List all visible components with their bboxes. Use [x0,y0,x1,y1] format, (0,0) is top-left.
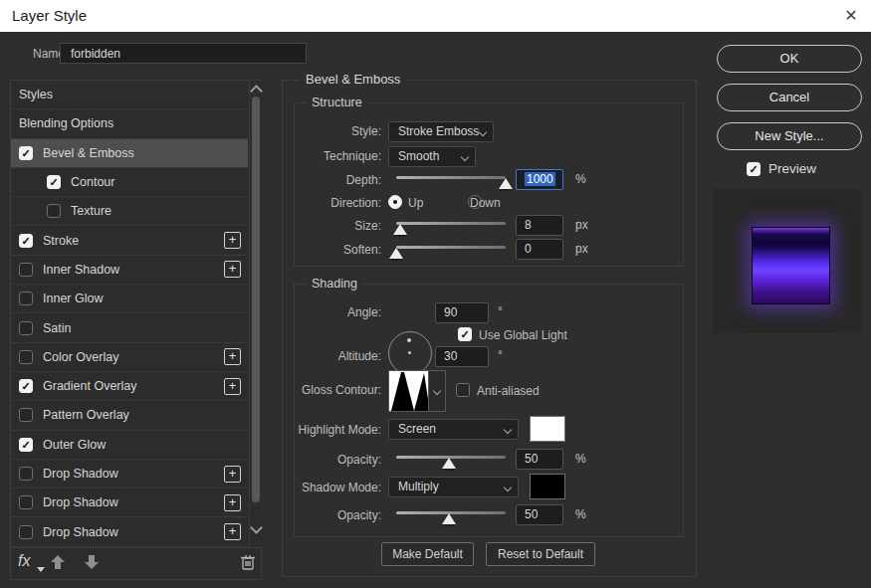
name-input[interactable] [60,43,307,64]
drop-shadow-add-button[interactable]: + [224,494,241,511]
highlight-opacity-slider[interactable] [396,456,506,459]
drop-shadow-add-button[interactable]: + [224,466,241,483]
sidebar-item-drop-shadow[interactable]: Drop Shadow+ [11,517,248,546]
use-global-light-checkbox[interactable]: ✓ [458,327,472,341]
preview-thumbnail-object [752,227,830,304]
drop-shadow-checkbox[interactable] [19,467,33,481]
gradient-overlay-add-button[interactable]: + [224,378,241,395]
move-effect-down-button[interactable] [83,554,101,574]
preview-checkbox[interactable]: ✓ [747,162,761,176]
stroke-add-button[interactable]: + [224,232,241,249]
chevron-down-icon [433,387,441,395]
close-icon[interactable]: ✕ [839,4,863,28]
sidebar-item-drop-shadow[interactable]: Drop Shadow+ [11,460,248,489]
angle-dial[interactable] [388,331,432,375]
outer-glow-checkbox[interactable]: ✓ [19,438,33,452]
sidebar-item-contour[interactable]: ✓Contour [11,168,248,197]
color-overlay-add-button[interactable]: + [224,348,241,365]
sidebar-item-label: Gradient Overlay [43,379,136,393]
cancel-button[interactable]: Cancel [717,84,862,111]
sidebar-item-label: Blending Options [19,116,113,130]
shadow-opacity-thumb[interactable] [442,513,456,524]
shadow-mode-dropdown[interactable]: Multiply [388,477,519,497]
sidebar-item-label: Drop Shadow [43,525,118,539]
sidebar-item-label: Stroke [43,234,79,248]
sidebar-item-inner-glow[interactable]: Inner Glow [11,285,248,313]
satin-checkbox[interactable] [19,321,33,335]
altitude-input[interactable]: 30 [435,346,489,367]
inner-glow-checkbox[interactable] [19,292,33,305]
sidebar-item-gradient-overlay[interactable]: ✓Gradient Overlay+ [11,372,248,401]
sidebar-item-bevel-emboss[interactable]: ✓Bevel & Emboss [11,139,248,168]
drop-shadow-checkbox[interactable] [19,495,33,509]
ok-button[interactable]: OK [717,45,862,73]
angle-input[interactable]: 90 [435,302,489,323]
delete-effect-button[interactable] [240,553,256,575]
shadow-opacity-slider[interactable] [396,511,506,514]
scroll-up-icon[interactable] [250,85,263,98]
depth-value: 1000 [525,172,555,186]
direction-up-label: Up [408,195,423,211]
style-dropdown[interactable]: Stroke Emboss [388,121,494,142]
sidebar-item-drop-shadow[interactable]: Drop Shadow+ [11,489,248,517]
contour-checkbox[interactable]: ✓ [47,175,61,189]
bevel-emboss-checkbox[interactable]: ✓ [19,146,33,160]
drop-shadow-checkbox[interactable] [19,525,33,539]
move-effect-up-button[interactable] [49,554,67,574]
gloss-contour-picker[interactable] [388,370,446,412]
anti-aliased-checkbox[interactable] [456,383,470,397]
fx-menu-button[interactable]: fx [18,552,30,570]
gloss-contour-dropdown[interactable] [428,371,445,411]
sidebar-item-blending-options[interactable]: Blending Options [11,109,248,138]
sidebar-item-label: Outer Glow [43,438,106,452]
sidebar-item-outer-glow[interactable]: ✓Outer Glow [11,431,248,460]
scrollbar-thumb[interactable] [252,97,260,502]
highlight-mode-dropdown[interactable]: Screen [388,419,519,440]
highlight-opacity-thumb[interactable] [442,458,456,469]
soften-slider[interactable] [396,246,506,249]
inner-shadow-checkbox[interactable] [19,263,33,277]
reset-to-default-button[interactable]: Reset to Default [486,542,595,566]
texture-checkbox[interactable] [47,204,61,218]
highlight-opacity-input[interactable]: 50 [516,449,563,470]
shadow-color-swatch[interactable] [530,474,565,499]
make-default-button[interactable]: Make Default [381,542,474,566]
sidebar-item-stroke[interactable]: ✓Stroke+ [11,226,248,255]
depth-label: Depth: [279,172,381,188]
sidebar-item-label: Inner Glow [43,292,103,305]
pattern-overlay-checkbox[interactable] [19,408,33,422]
chevron-down-icon [479,128,487,136]
sidebar-scrollbar[interactable] [249,81,262,547]
size-slider-thumb[interactable] [393,224,407,235]
window-title: Layer Style [12,0,87,32]
color-overlay-checkbox[interactable] [19,350,33,364]
sidebar-item-inner-shadow[interactable]: Inner Shadow+ [11,256,248,285]
inner-shadow-add-button[interactable]: + [224,261,241,278]
sidebar-item-color-overlay[interactable]: Color Overlay+ [11,343,248,372]
scroll-down-icon[interactable] [250,521,263,534]
new-style-button[interactable]: New Style... [717,122,862,150]
sidebar-item-pattern-overlay[interactable]: Pattern Overlay [11,401,248,430]
direction-up-radio[interactable] [388,195,402,209]
soften-input[interactable]: 0 [516,239,563,260]
gradient-overlay-checkbox[interactable]: ✓ [19,379,33,393]
soften-slider-thumb[interactable] [389,248,403,259]
angle-dial-marker [407,338,411,342]
fx-label: fx [18,552,30,569]
technique-dropdown[interactable]: Smooth [388,146,476,167]
highlight-color-swatch[interactable] [530,416,565,442]
size-input[interactable]: 8 [516,215,563,236]
stroke-checkbox[interactable]: ✓ [19,234,33,248]
sidebar-item-satin[interactable]: Satin [11,313,248,342]
depth-input[interactable]: 1000 [516,169,563,190]
drop-shadow-add-button[interactable]: + [224,523,241,540]
depth-slider-thumb[interactable] [499,178,513,189]
sidebar-item-texture[interactable]: Texture [11,197,248,226]
size-slider[interactable] [396,222,506,225]
use-global-light-label: Use Global Light [479,327,567,343]
shadow-opacity-input[interactable]: 50 [516,504,563,525]
sidebar-item-styles[interactable]: Styles [11,81,248,109]
depth-slider[interactable] [396,176,506,179]
effect-panel-title: Bevel & Emboss [299,72,407,88]
sidebar-item-label: Bevel & Emboss [43,146,134,160]
